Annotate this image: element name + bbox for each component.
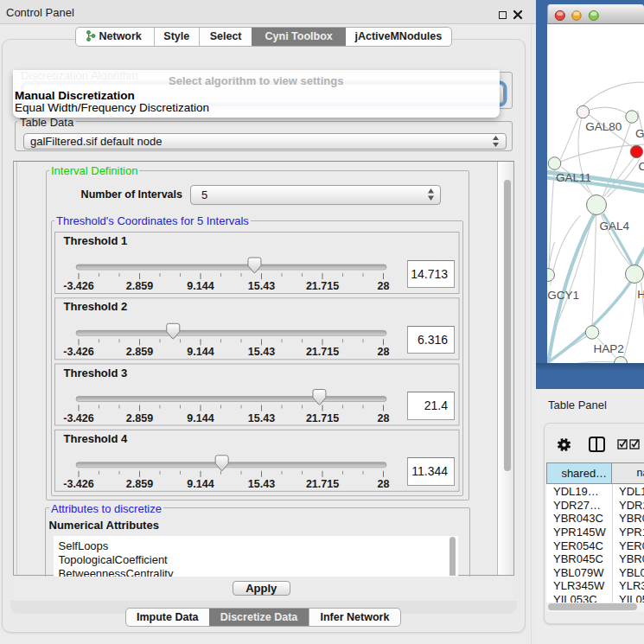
svg-text:GAL80: GAL80 bbox=[585, 120, 622, 133]
svg-text:9.144: 9.144 bbox=[187, 411, 214, 424]
svg-text:2.859: 2.859 bbox=[126, 280, 153, 292]
svg-text:Threshold 4: Threshold 4 bbox=[64, 431, 128, 444]
svg-text:-3.426: -3.426 bbox=[63, 280, 93, 292]
svg-text:28: 28 bbox=[378, 280, 390, 292]
svg-text:28: 28 bbox=[378, 411, 390, 424]
svg-text:9.144: 9.144 bbox=[187, 346, 214, 358]
svg-text:9.144: 9.144 bbox=[187, 280, 214, 292]
svg-text:Threshold 2: Threshold 2 bbox=[64, 300, 128, 313]
svg-text:15.43: 15.43 bbox=[248, 280, 275, 292]
svg-text:HAP2: HAP2 bbox=[593, 342, 623, 355]
svg-text:GAL4: GAL4 bbox=[599, 220, 629, 233]
svg-text:2.859: 2.859 bbox=[126, 411, 153, 424]
svg-text:-3.426: -3.426 bbox=[63, 346, 93, 358]
svg-text:2.859: 2.859 bbox=[126, 346, 153, 358]
svg-text:28: 28 bbox=[378, 346, 390, 358]
svg-text:21.715: 21.715 bbox=[306, 346, 339, 358]
svg-text:-3.426: -3.426 bbox=[63, 411, 93, 424]
svg-text:GCY1: GCY1 bbox=[547, 289, 579, 302]
svg-text:15.43: 15.43 bbox=[248, 477, 275, 489]
svg-text:-3.426: -3.426 bbox=[63, 477, 93, 489]
svg-text:Threshold 3: Threshold 3 bbox=[64, 366, 128, 379]
svg-text:9.144: 9.144 bbox=[187, 477, 214, 489]
svg-text:28: 28 bbox=[378, 477, 390, 489]
svg-text:15.43: 15.43 bbox=[248, 346, 275, 358]
svg-text:2.859: 2.859 bbox=[126, 477, 153, 489]
svg-text:GAL11: GAL11 bbox=[555, 171, 590, 184]
svg-text:GAL3: GAL3 bbox=[635, 127, 644, 140]
svg-text:CDC6: CDC6 bbox=[638, 160, 644, 173]
svg-text:Threshold 1: Threshold 1 bbox=[64, 234, 128, 247]
svg-text:15.43: 15.43 bbox=[248, 411, 275, 424]
svg-text:21.715: 21.715 bbox=[306, 411, 339, 424]
svg-text:21.715: 21.715 bbox=[306, 280, 339, 292]
svg-text:21.715: 21.715 bbox=[306, 477, 339, 489]
svg-text:HAP4: HAP4 bbox=[637, 288, 644, 301]
